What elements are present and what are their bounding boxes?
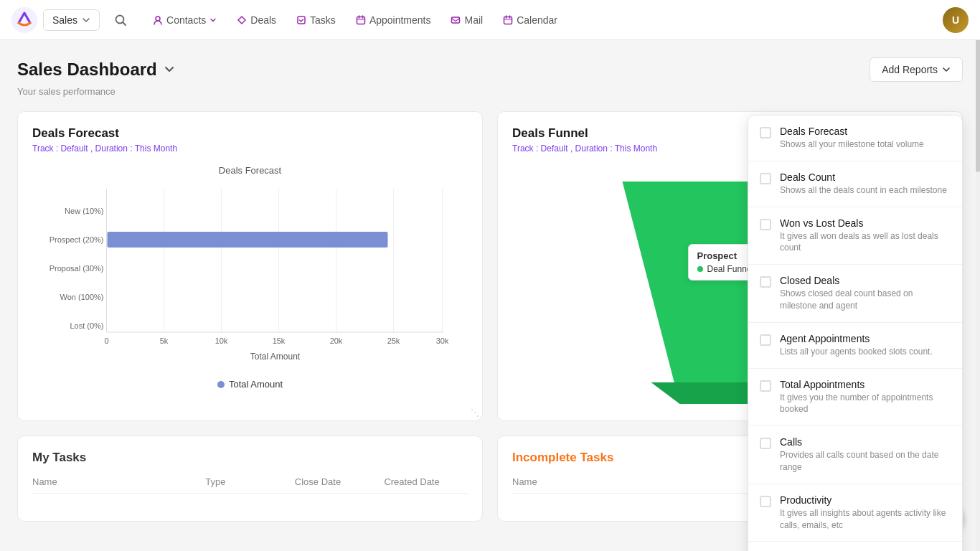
page-scrollbar-thumb	[976, 29, 980, 172]
nav-contacts[interactable]: Contacts	[144, 9, 225, 32]
calendar-icon	[503, 15, 513, 25]
report-panel-item[interactable]: Total Appointments It gives you the numb…	[748, 369, 962, 427]
nav-deals-label: Deals	[250, 14, 276, 26]
report-panel-item[interactable]: Productivity It gives all insights about…	[748, 484, 962, 539]
appointments-icon	[356, 15, 366, 25]
nav-tasks[interactable]: Tasks	[288, 9, 344, 32]
nav-appointments[interactable]: Appointments	[347, 9, 440, 32]
page-title: Sales Dashboard	[17, 60, 157, 80]
report-panel-item[interactable]: Calls Provides all calls count based on …	[748, 426, 962, 484]
report-panel-item[interactable]: Deals Forecast Shows all your milestone …	[748, 116, 962, 161]
panel-item-title-4: Agent Appointments	[780, 333, 933, 344]
report-panel-item[interactable]: Deals Count Shows all the deals count in…	[748, 161, 962, 207]
panel-item-title-7: Productivity	[780, 494, 951, 506]
deals-forecast-title: Deals Forecast	[32, 126, 468, 141]
search-button[interactable]	[108, 8, 133, 32]
panel-checkbox-1[interactable]	[760, 173, 771, 184]
report-panel-item[interactable]: Closed Deals Shows closed deal count bas…	[748, 265, 962, 323]
svg-text:25k: 25k	[387, 336, 400, 345]
panel-checkbox-6[interactable]	[760, 438, 771, 449]
svg-text:Total Amount: Total Amount	[250, 352, 301, 362]
top-navigation: Sales Contacts Deals Tasks Appointments …	[0, 0, 980, 40]
report-panel-item[interactable]: Won vs Lost Deals It gives all won deals…	[748, 207, 962, 265]
chart-title: Deals Forecast	[32, 165, 468, 176]
svg-rect-5	[357, 17, 364, 24]
panel-checkbox-7[interactable]	[760, 496, 771, 507]
add-reports-label: Add Reports	[882, 64, 938, 75]
my-tasks-card: My Tasks Name Type Close Date Created Da…	[17, 435, 483, 522]
chevron-down-icon	[82, 16, 90, 24]
panel-item-title-3: Closed Deals	[780, 275, 951, 286]
panel-item-title-1: Deals Count	[780, 171, 947, 183]
deals-forecast-chart: Deals Forecast New (10%) Pr	[32, 165, 468, 380]
svg-line-2	[123, 22, 126, 25]
legend-dot	[217, 381, 225, 388]
my-tasks-header: Name Type Close Date Created Date	[32, 476, 468, 494]
svg-text:Won (100%): Won (100%)	[60, 293, 104, 301]
panel-item-desc-7: It gives all insights about agents activ…	[780, 507, 951, 532]
panel-checkbox-3[interactable]	[760, 276, 771, 288]
svg-text:Prospect (20%): Prospect (20%)	[50, 235, 104, 244]
legend-label: Total Amount	[229, 379, 283, 390]
panel-item-desc-4: Lists all your agents booked slots count…	[780, 346, 933, 358]
nav-calendar[interactable]: Calendar	[494, 9, 566, 32]
user-avatar[interactable]: U	[943, 7, 969, 33]
panel-item-desc-2: It gives all won deals as well as lost d…	[780, 230, 951, 255]
svg-text:0: 0	[104, 336, 108, 345]
app-logo	[11, 7, 37, 33]
forecast-bar-chart: New (10%) Prospect (20%) Proposal (30%) …	[32, 182, 468, 368]
contacts-icon	[153, 15, 163, 25]
chart-legend: Total Amount	[32, 379, 468, 390]
svg-point-3	[156, 17, 160, 21]
svg-text:15k: 15k	[273, 336, 286, 345]
panel-checkbox-0[interactable]	[760, 127, 771, 138]
nav-tasks-label: Tasks	[310, 14, 336, 26]
panel-item-desc-5: It gives you the number of appointments …	[780, 392, 951, 416]
panel-checkbox-4[interactable]	[760, 334, 771, 346]
page-scrollbar[interactable]	[976, 0, 980, 539]
resize-handle[interactable]: ⋱	[471, 408, 479, 418]
mail-icon	[451, 15, 461, 25]
panel-item-title-6: Calls	[780, 436, 951, 448]
panel-item-desc-1: Shows all the deals count in each milest…	[780, 184, 947, 197]
svg-text:30k: 30k	[436, 336, 449, 345]
panel-item-desc-3: Shows closed deal count based on milesto…	[780, 288, 951, 312]
panel-item-title-5: Total Appointments	[780, 379, 951, 390]
svg-text:5k: 5k	[160, 336, 169, 345]
add-reports-button[interactable]: Add Reports	[870, 57, 963, 82]
deals-forecast-track: Track : Default , Duration : This Month	[32, 143, 468, 154]
sales-dropdown-label: Sales	[52, 14, 77, 26]
page-header: Sales Dashboard Add Reports	[17, 57, 963, 82]
svg-rect-10	[504, 17, 512, 24]
svg-text:Proposal (30%): Proposal (30%)	[50, 264, 104, 273]
svg-text:20k: 20k	[330, 336, 343, 345]
nav-mail-label: Mail	[464, 14, 483, 26]
svg-point-0	[11, 7, 37, 33]
page-title-chevron-icon[interactable]	[163, 63, 176, 76]
panel-checkbox-5[interactable]	[760, 380, 771, 392]
svg-text:New (10%): New (10%)	[65, 207, 103, 215]
panel-item-title-0: Deals Forecast	[780, 126, 924, 137]
my-tasks-col-close: Close Date	[295, 476, 379, 487]
svg-text:Lost (0%): Lost (0%)	[70, 321, 103, 330]
nav-deals[interactable]: Deals	[228, 9, 285, 32]
svg-rect-9	[452, 17, 460, 23]
nav-mail[interactable]: Mail	[442, 9, 491, 32]
svg-point-1	[116, 15, 124, 23]
tooltip-dot	[697, 266, 702, 272]
page-subtitle: Your sales performance	[17, 86, 963, 97]
my-tasks-title: My Tasks	[32, 451, 468, 465]
sales-dropdown[interactable]: Sales	[43, 9, 100, 31]
report-panel-item[interactable]: Agent Appointments Lists all your agents…	[748, 323, 962, 369]
my-tasks-col-created: Created Date	[384, 476, 468, 487]
search-icon	[114, 14, 127, 27]
tasks-icon	[296, 15, 306, 25]
panel-checkbox-2[interactable]	[760, 219, 771, 230]
reports-panel: Deals Forecast Shows all your milestone …	[748, 115, 963, 539]
page-title-row: Sales Dashboard	[17, 60, 176, 80]
nav-appointments-label: Appointments	[369, 14, 431, 26]
nav-links: Contacts Deals Tasks Appointments Mail C…	[144, 9, 937, 32]
my-tasks-col-name: Name	[32, 476, 199, 487]
nav-calendar-label: Calendar	[517, 14, 557, 26]
svg-text:10k: 10k	[215, 336, 228, 345]
